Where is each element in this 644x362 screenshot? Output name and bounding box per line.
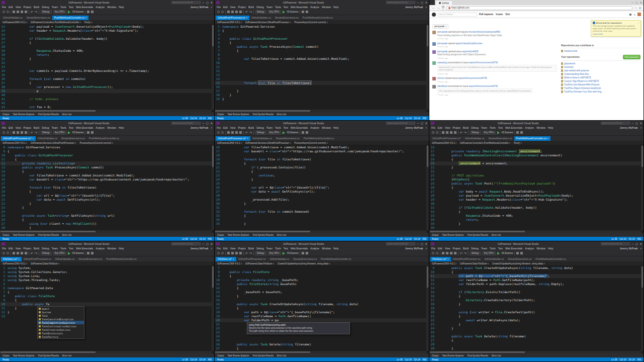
tab-pushwebhookcontroller-cs[interactable]: PushWebhookController.cs ×	[514, 136, 551, 141]
repo-item[interactable]: TutsPlus-Animate-Your-Site-with-Ang…	[561, 90, 640, 94]
solution-config-dropdown[interactable]: Debug ▾	[41, 10, 52, 14]
code-editor[interactable]: 1using System;2using System.Collections.…	[0, 266, 214, 353]
save-icon[interactable]	[450, 252, 452, 254]
menu-help[interactable]: Help	[119, 6, 124, 9]
options-icon[interactable]	[306, 11, 308, 13]
close-icon[interactable]: ×	[246, 137, 248, 140]
tab-githubvalidate-cs[interactable]: GithubValidate.cs	[267, 257, 291, 261]
menu-help[interactable]: Help	[548, 126, 553, 129]
menu-view[interactable]: View	[445, 247, 450, 250]
panel-tab-find-symbol-results[interactable]: Find Symbol Results	[468, 234, 488, 236]
quick-launch-input[interactable]: Quick Launch (Ctrl+Q)	[601, 242, 630, 245]
maximize-button[interactable]: ▢	[421, 242, 423, 245]
completion-item[interactable]: TaskContinuationOptions	[38, 324, 84, 328]
repo-item[interactable]: gitpowered	[561, 62, 640, 65]
menu-window[interactable]: Window	[322, 126, 331, 129]
tab-githubpushprocessor-cs[interactable]: GithubPushProcessor.cs	[22, 257, 53, 261]
type-dropdown[interactable]: GitPowered.Controllers.PushWebhookContro…	[31, 21, 81, 24]
menu-test[interactable]: Test	[284, 6, 288, 9]
nav-gist[interactable]: Gist	[505, 13, 510, 16]
start-debugging-icon[interactable]	[68, 252, 70, 255]
menu-build[interactable]: Build	[34, 6, 39, 9]
tab-filestore-cs[interactable]: FileStore.cs* ×	[1, 257, 22, 261]
quick-launch-input[interactable]: Quick Launch (Ctrl+Q)	[386, 1, 415, 4]
maximize-button[interactable]: ▢	[206, 122, 209, 125]
octocat-logo-icon[interactable]	[432, 13, 436, 17]
panel-tab-output[interactable]: Output	[432, 354, 439, 357]
scrollbar-thumb[interactable]	[430, 351, 525, 353]
solution-config-dropdown[interactable]: Debug ▾	[470, 131, 481, 135]
tab-githubvalidate-cs[interactable]: GithubValidate.cs	[53, 257, 76, 261]
repo-link[interactable]: aspnet/Announcements#736	[469, 85, 498, 87]
menu-build[interactable]: Build	[34, 126, 39, 129]
minimize-button[interactable]: ─	[203, 1, 205, 4]
project-dropdown[interactable]: GitPowered.DNX 4.5.1 ▾	[432, 262, 456, 265]
user-link[interactable]: davidfowl	[437, 85, 447, 87]
nav-forward-icon[interactable]	[7, 131, 9, 134]
type-dropdown[interactable]: GitPowered.Controllers.PushWebhookContro…	[460, 142, 510, 144]
panel-tab-task-runner-explorer[interactable]: Task Runner Explorer	[228, 234, 249, 236]
panel-tab-error-list[interactable]: Error List	[492, 234, 501, 236]
project-dropdown[interactable]: GitPowered.DNX 4.5.1 ▾	[3, 142, 27, 144]
menu-file[interactable]: File	[217, 126, 221, 129]
menu-file[interactable]: File	[2, 247, 6, 250]
menu-edit[interactable]: Edit	[223, 6, 228, 9]
solution-platform-dropdown[interactable]: Any CPU ▾	[483, 251, 496, 255]
back-icon[interactable]: ←	[432, 7, 435, 10]
solution-config-dropdown[interactable]: Debug ▾	[470, 251, 481, 255]
menu-analyze[interactable]: Analyze	[96, 6, 105, 9]
menu-team[interactable]: Team	[266, 247, 272, 250]
menu-tools[interactable]: Tools	[275, 247, 281, 250]
repo-item[interactable]: tutsplus/code	[561, 49, 640, 53]
menu-file[interactable]: File	[2, 6, 6, 9]
menu-debug[interactable]: Debug	[42, 126, 49, 129]
browser-menu-icon[interactable]	[429, 0, 435, 5]
menu-team[interactable]: Team	[266, 6, 272, 9]
code-editor[interactable]: 8namespace GitPowered.Services9{10 publi…	[0, 145, 214, 233]
panel-tab-error-list[interactable]: Error List	[62, 234, 71, 236]
panel-tab-error-list[interactable]: Error List	[492, 354, 501, 357]
panel-tab-task-runner-explorer[interactable]: Task Runner Explorer	[228, 354, 249, 357]
member-dropdown[interactable]: Post() ▾	[84, 21, 93, 24]
open-file-icon[interactable]	[231, 11, 234, 13]
menu-tools[interactable]: Tools	[490, 247, 496, 250]
start-debugging-icon[interactable]	[497, 131, 500, 134]
solution-platform-dropdown[interactable]: Any CPU ▾	[268, 131, 282, 135]
new-file-icon[interactable]	[13, 131, 15, 134]
completion-item[interactable]: TaskCompletionSource<>	[38, 321, 84, 324]
panel-tab-task-runner-explorer[interactable]: Task Runner Explorer	[13, 354, 35, 357]
start-debugging-icon[interactable]	[283, 252, 285, 255]
menu-window[interactable]: Window	[322, 247, 331, 250]
redo-icon[interactable]: ↷	[35, 10, 37, 14]
menu-analyze[interactable]: Analyze	[525, 247, 534, 250]
menu-web-essentials[interactable]: Web Essentials	[76, 247, 93, 250]
tab-filestore-cs[interactable]: FileStore.cs* ×	[430, 257, 451, 261]
scrollbar-thumb[interactable]	[641, 146, 643, 167]
code-editor[interactable]: 1617 private readonly IHostingEnvironmen…	[429, 145, 643, 233]
quick-launch-input[interactable]: Quick Launch (Ctrl+Q)	[171, 122, 201, 125]
tab-pushwebhookcontroller-cs[interactable]: PushWebhookController.cs	[302, 136, 336, 141]
save-all-icon[interactable]	[454, 252, 456, 254]
vertical-scrollbar[interactable]	[426, 266, 429, 351]
menu-file[interactable]: File	[2, 126, 6, 129]
menu-project[interactable]: Project	[238, 126, 246, 129]
browser-tab[interactable]: GitHub	[436, 1, 452, 5]
close-button[interactable]: ✕	[425, 1, 427, 4]
panel-tab-find-symbol-results[interactable]: Find Symbol Results	[253, 354, 273, 357]
close-icon[interactable]: ×	[245, 16, 247, 19]
nav-back-icon[interactable]	[217, 11, 220, 13]
menu-test[interactable]: Test	[69, 247, 73, 250]
menu-web-essentials[interactable]: Web Essentials	[76, 6, 93, 9]
nav-forward-icon[interactable]	[7, 252, 9, 254]
panel-tab-output[interactable]: Output	[432, 234, 439, 236]
type-dropdown[interactable]: GitPowered.Data.FileStore ▾	[460, 262, 489, 265]
open-file-icon[interactable]	[17, 11, 19, 13]
redo-icon[interactable]: ↷	[249, 10, 252, 14]
save-all-icon[interactable]	[239, 11, 242, 13]
menu-project[interactable]: Project	[452, 247, 461, 250]
quick-launch-input[interactable]: Quick Launch (Ctrl+Q)	[601, 122, 630, 125]
nav-forward-icon[interactable]	[436, 131, 438, 134]
scrollbar-thumb[interactable]	[1, 351, 96, 353]
save-icon[interactable]	[21, 11, 23, 13]
undo-icon[interactable]: ↶	[31, 251, 33, 255]
